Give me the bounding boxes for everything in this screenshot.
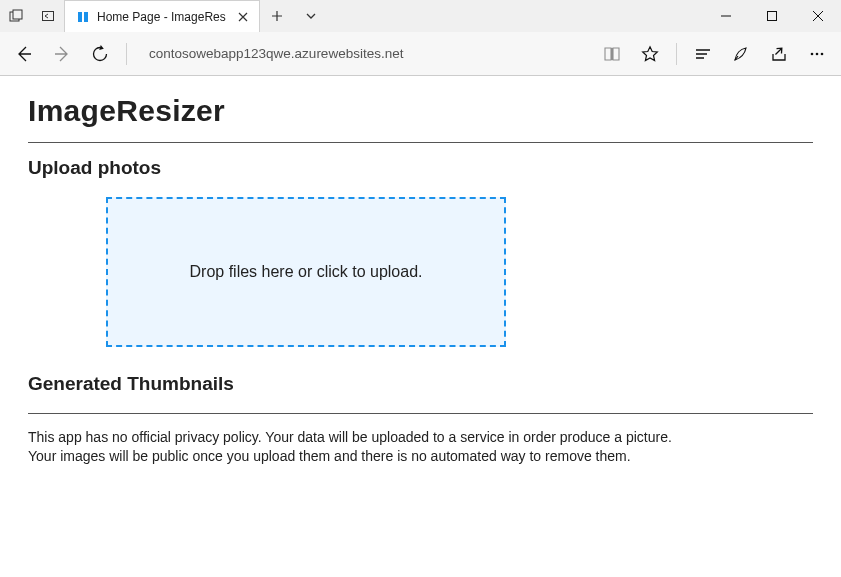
- notes-button[interactable]: [723, 36, 759, 72]
- svg-rect-4: [84, 12, 88, 22]
- svg-point-6: [811, 52, 814, 55]
- page-title: ImageResizer: [28, 94, 813, 128]
- svg-rect-1: [13, 10, 22, 19]
- close-button[interactable]: [795, 0, 841, 32]
- back-button[interactable]: [6, 36, 42, 72]
- refresh-button[interactable]: [82, 36, 118, 72]
- dropzone-label: Drop files here or click to upload.: [190, 263, 423, 281]
- tab-preview-button[interactable]: [294, 0, 328, 32]
- tab-close-button[interactable]: [235, 9, 251, 25]
- privacy-line-2: Your images will be public once you uplo…: [28, 447, 813, 466]
- upload-heading: Upload photos: [28, 157, 813, 179]
- tab-strip: Home Page - ImageRes: [64, 0, 703, 32]
- browser-toolbar: contosowebapp123qwe.azurewebsites.net: [0, 32, 841, 76]
- new-tab-button[interactable]: [260, 0, 294, 32]
- browser-tab[interactable]: Home Page - ImageRes: [64, 0, 260, 32]
- tab-actions-button[interactable]: [0, 0, 32, 32]
- svg-rect-5: [768, 12, 777, 21]
- thumbnails-heading: Generated Thumbnails: [28, 373, 813, 395]
- more-button[interactable]: [799, 36, 835, 72]
- window-titlebar: Home Page - ImageRes: [0, 0, 841, 32]
- svg-point-8: [821, 52, 824, 55]
- favicon-icon: [75, 9, 91, 25]
- set-aside-tabs-button[interactable]: [32, 0, 64, 32]
- toolbar-separator: [676, 43, 677, 65]
- svg-rect-3: [78, 12, 82, 22]
- privacy-line-1: This app has no official privacy policy.…: [28, 428, 813, 447]
- titlebar-left-controls: [0, 0, 64, 32]
- divider: [28, 142, 813, 143]
- hub-button[interactable]: [685, 36, 721, 72]
- window-controls: [703, 0, 841, 32]
- address-text: contosowebapp123qwe.azurewebsites.net: [149, 46, 403, 61]
- upload-dropzone[interactable]: Drop files here or click to upload.: [106, 197, 506, 347]
- maximize-button[interactable]: [749, 0, 795, 32]
- forward-button[interactable]: [44, 36, 80, 72]
- tab-title: Home Page - ImageRes: [97, 10, 229, 24]
- reading-view-button[interactable]: [594, 36, 630, 72]
- share-button[interactable]: [761, 36, 797, 72]
- page-content: ImageResizer Upload photos Drop files he…: [0, 76, 841, 484]
- toolbar-separator: [126, 43, 127, 65]
- address-bar[interactable]: contosowebapp123qwe.azurewebsites.net: [141, 39, 582, 69]
- minimize-button[interactable]: [703, 0, 749, 32]
- svg-point-7: [816, 52, 819, 55]
- privacy-notice: This app has no official privacy policy.…: [28, 428, 813, 466]
- divider: [28, 413, 813, 414]
- favorite-button[interactable]: [632, 36, 668, 72]
